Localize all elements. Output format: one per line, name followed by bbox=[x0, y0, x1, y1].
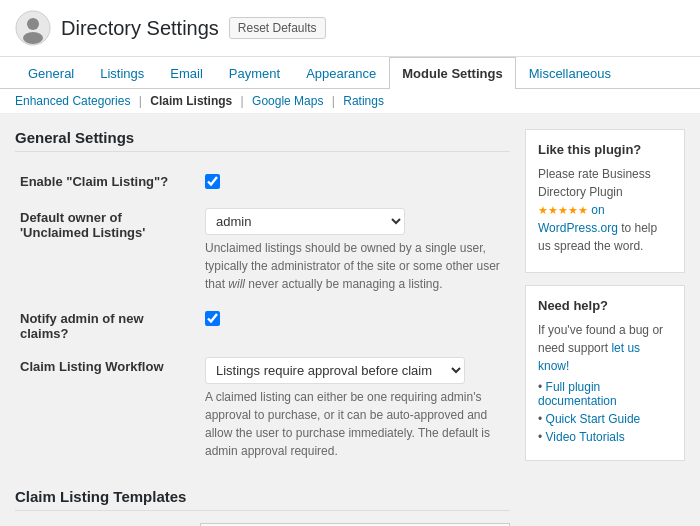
default-owner-row: Default owner of 'Unclaimed Listings' ad… bbox=[15, 200, 510, 301]
subnav-enhanced-categories[interactable]: Enhanced Categories bbox=[15, 94, 130, 108]
subnav-separator-1: | bbox=[139, 94, 142, 108]
enable-claim-listing-value bbox=[200, 164, 510, 200]
general-settings-table: Enable "Claim Listing"? Default owner of… bbox=[15, 164, 510, 468]
default-owner-select[interactable]: admin bbox=[205, 208, 405, 235]
need-help-widget: Need help? If you've found a bug or need… bbox=[525, 285, 685, 461]
need-help-link-videos: Video Tutorials bbox=[538, 430, 672, 444]
need-help-intro: If you've found a bug or need support bbox=[538, 323, 663, 355]
sub-nav: Enhanced Categories | Claim Listings | G… bbox=[0, 89, 700, 114]
general-settings-title: General Settings bbox=[15, 129, 510, 152]
tab-general[interactable]: General bbox=[15, 57, 87, 89]
plugin-logo bbox=[15, 10, 51, 46]
enable-claim-listing-checkbox[interactable] bbox=[205, 174, 220, 189]
claim-workflow-description: A claimed listing can either be one requ… bbox=[205, 388, 505, 460]
default-owner-description: Unclaimed listings should be owned by a … bbox=[205, 239, 505, 293]
tab-payment[interactable]: Payment bbox=[216, 57, 293, 89]
like-plugin-stars: ★★★★★ bbox=[538, 204, 588, 216]
nav-tabs: General Listings Email Payment Appearanc… bbox=[0, 57, 700, 89]
default-owner-label: Default owner of 'Unclaimed Listings' bbox=[15, 200, 200, 301]
need-help-title: Need help? bbox=[538, 298, 672, 313]
notify-admin-checkbox[interactable] bbox=[205, 311, 220, 326]
need-help-link-docs: Full plugin documentation bbox=[538, 380, 672, 408]
notify-admin-value bbox=[200, 301, 510, 349]
page-header: Directory Settings Reset Defaults bbox=[0, 0, 700, 57]
tab-appearance[interactable]: Appearance bbox=[293, 57, 389, 89]
like-plugin-text: Please rate Business Directory Plugin ★★… bbox=[538, 165, 672, 255]
subnav-google-maps[interactable]: Google Maps bbox=[252, 94, 323, 108]
need-help-link-quickstart: Quick Start Guide bbox=[538, 412, 672, 426]
notify-admin-label: Notify admin of new claims? bbox=[15, 301, 200, 349]
content-area: General Settings Enable "Claim Listing"?… bbox=[15, 129, 510, 526]
subnav-separator-3: | bbox=[332, 94, 335, 108]
tab-module-settings[interactable]: Module Settings bbox=[389, 57, 515, 89]
like-plugin-text1: Please rate Business Directory Plugin bbox=[538, 167, 651, 199]
need-help-docs-link[interactable]: Full plugin documentation bbox=[538, 380, 617, 408]
sidebar: Like this plugin? Please rate Business D… bbox=[525, 129, 685, 526]
need-help-videos-link[interactable]: Video Tutorials bbox=[546, 430, 625, 444]
tab-listings[interactable]: Listings bbox=[87, 57, 157, 89]
claim-workflow-label: Claim Listing Workflow bbox=[15, 349, 200, 468]
need-help-text: If you've found a bug or need support le… bbox=[538, 321, 672, 375]
tab-email[interactable]: Email bbox=[157, 57, 216, 89]
reset-defaults-button[interactable]: Reset Defaults bbox=[229, 17, 326, 39]
like-plugin-title: Like this plugin? bbox=[538, 142, 672, 157]
page-title: Directory Settings bbox=[61, 17, 219, 40]
claim-workflow-value: Listings require approval before claim A… bbox=[200, 349, 510, 468]
need-help-links: Full plugin documentation Quick Start Gu… bbox=[538, 380, 672, 444]
enable-claim-listing-row: Enable "Claim Listing"? bbox=[15, 164, 510, 200]
need-help-quickstart-link[interactable]: Quick Start Guide bbox=[546, 412, 641, 426]
claim-listing-templates-title: Claim Listing Templates bbox=[15, 488, 510, 511]
subnav-ratings[interactable]: Ratings bbox=[343, 94, 384, 108]
claim-workflow-select[interactable]: Listings require approval before claim bbox=[205, 357, 465, 384]
claim-workflow-row: Claim Listing Workflow Listings require … bbox=[15, 349, 510, 468]
like-plugin-widget: Like this plugin? Please rate Business D… bbox=[525, 129, 685, 273]
subnav-claim-listings: Claim Listings bbox=[150, 94, 232, 108]
tab-miscellaneous[interactable]: Miscellaneous bbox=[516, 57, 624, 89]
notify-admin-row: Notify admin of new claims? bbox=[15, 301, 510, 349]
enable-claim-listing-label: Enable "Claim Listing"? bbox=[15, 164, 200, 200]
svg-point-1 bbox=[27, 18, 39, 30]
svg-point-2 bbox=[23, 32, 43, 44]
subnav-separator-2: | bbox=[241, 94, 244, 108]
default-owner-value: admin Unclaimed listings should be owned… bbox=[200, 200, 510, 301]
